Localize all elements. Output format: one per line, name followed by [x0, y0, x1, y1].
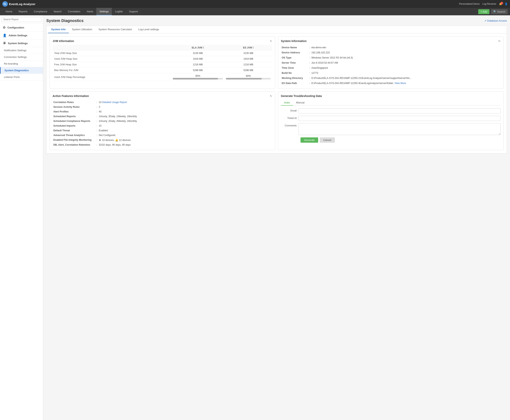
bell-badge: 2: [500, 2, 503, 5]
page-header: System Diagnostics ↗ Database Access: [46, 18, 507, 23]
sysinfo-colon: :: [308, 60, 310, 65]
ticket-input[interactable]: [299, 116, 501, 121]
feature-label: Scheduled Imports: [52, 123, 96, 128]
nav-tab-settings[interactable]: Settings: [96, 8, 112, 15]
table-row: Total JVM Heap Size 3135 MB 3135 MB: [52, 50, 272, 56]
feature-colon: :: [96, 142, 98, 147]
nav-tab-reports[interactable]: Reports: [15, 8, 31, 15]
nav-tabs: Home Reports Compliance Search Correlati…: [2, 8, 141, 15]
cancel-button[interactable]: Cancel: [320, 137, 335, 143]
table-row: Time Zone : Asia/Singapore: [281, 65, 501, 70]
top-bar-left: EL EventLog Analyzer: [2, 1, 35, 7]
app-logo: EL EventLog Analyzer: [2, 1, 35, 7]
sysinfo-card-title: System Information: [281, 39, 307, 43]
table-row: Scheduled Imports : 15: [52, 123, 272, 128]
nav-tab-home[interactable]: Home: [2, 8, 15, 15]
comments-label: Comments: [281, 123, 299, 127]
detailed-usage-link[interactable]: Detailed Usage Report: [102, 101, 127, 104]
database-access-link[interactable]: ↗ Database Access: [484, 19, 507, 22]
jvm-es-value: 1919 MB: [224, 56, 272, 62]
jvm-col-es: ES JVM ℹ: [224, 45, 272, 50]
nav-tab-correlation[interactable]: Correlation: [65, 8, 84, 15]
ticket-label: Ticket-Id: [281, 116, 299, 120]
feature-label: Advanced Threat Analytics: [52, 133, 96, 138]
log-receiver-link[interactable]: Log Receiver: [482, 3, 496, 5]
comments-group: Comments: [281, 123, 501, 135]
system-settings-label: System Settings: [8, 42, 28, 45]
tab-log-level-settings[interactable]: Log-Level settings: [135, 26, 162, 33]
add-button[interactable]: + Add: [478, 9, 490, 14]
admin-icon: 👤: [3, 34, 7, 37]
sidebar-section-configuration[interactable]: ⚙ Configuration: [0, 24, 43, 32]
feature-value: 10 Detailed Usage Report: [98, 100, 272, 105]
sysinfo-value: D:\Product\ELA-SYS-DIA-REVAMP-12250-21\E…: [310, 75, 501, 81]
form-actions: Generate Cancel: [281, 137, 501, 143]
table-row: Device Name : ela-demo-win: [281, 45, 501, 50]
ticket-group: Ticket-Id: [281, 116, 501, 121]
trouble-tab-manual[interactable]: Manual: [293, 100, 308, 105]
feature-colon: :: [96, 133, 98, 138]
ela-progress-fill: [173, 78, 218, 80]
tab-system-resources-calculator[interactable]: System Resources Calculator: [95, 26, 135, 33]
jvm-info-card: JVM Information ↻ ELA JVM ℹ ES JVM ℹ: [50, 37, 275, 89]
jvm-card-title: JVM Information: [52, 39, 74, 43]
email-label: Email: [281, 108, 299, 112]
personalized-demo-link[interactable]: Personalized Demo: [459, 3, 480, 5]
sysinfo-colon: :: [308, 55, 310, 60]
jvm-es-value: 5298 MB: [224, 68, 272, 73]
sysinfo-table: Device Name : ela-demo-win Device Addres…: [281, 45, 501, 86]
jvm-row-label: Used JVM Heap Size: [52, 56, 171, 62]
sidebar-item-connection-settings[interactable]: Connection Settings: [0, 54, 43, 60]
search-nav-button[interactable]: 🔍 Search: [491, 9, 508, 14]
email-group: Email: [281, 108, 501, 113]
sidebar-item-system-diagnostics[interactable]: System Diagnostics: [0, 67, 43, 74]
sysinfo-refresh-icon[interactable]: ↻: [498, 39, 501, 43]
page-title: System Diagnostics: [46, 18, 84, 23]
feature-value: Not Configured: [98, 133, 272, 138]
tab-system-utilization[interactable]: System Utilization: [69, 26, 95, 33]
jvm-table: ELA JVM ℹ ES JVM ℹ Total JVM Heap Size 3…: [52, 45, 272, 81]
nav-tab-logme[interactable]: LogMe: [112, 8, 126, 15]
feature-label: Scheduled Reports: [52, 114, 96, 119]
sidebar-section-admin[interactable]: 👤 Admin Settings: [0, 32, 43, 39]
table-row: Scheduled Reports : 1Hourly, 3Daily, 1We…: [52, 114, 272, 119]
jvm-es-value: 3135 MB: [224, 50, 272, 56]
sidebar-search-container: [0, 15, 43, 24]
es-info-icon: ℹ: [253, 46, 254, 49]
sidebar-item-notification-settings[interactable]: Notification Settings: [0, 47, 43, 54]
email-input[interactable]: [299, 108, 501, 113]
sysinfo-colon: :: [308, 50, 310, 55]
nav-tab-alerts[interactable]: Alerts: [84, 8, 96, 15]
sidebar-item-rebranding[interactable]: Re-branding: [0, 60, 43, 67]
view-more-link[interactable]: View More: [394, 82, 406, 85]
nav-tab-compliance[interactable]: Compliance: [31, 8, 50, 15]
feature-value: Enabled: [98, 128, 272, 133]
generate-button[interactable]: Generate: [301, 137, 318, 143]
bell-button[interactable]: 🔔 2: [499, 3, 502, 5]
trouble-tab-auto[interactable]: Auto: [281, 100, 293, 105]
tab-system-info[interactable]: System Info: [48, 26, 69, 33]
search-input[interactable]: [1, 17, 41, 22]
nav-tab-search[interactable]: Search: [50, 8, 65, 15]
user-avatar[interactable]: 👤: [505, 3, 508, 5]
sysinfo-value: Asia/Singapore: [310, 65, 501, 70]
cards-grid: JVM Information ↻ ELA JVM ℹ ES JVM ℹ: [50, 37, 503, 150]
jvm-ela-value: 5298 MB: [171, 68, 224, 73]
sidebar-item-listener-ports[interactable]: Listener Ports: [0, 74, 43, 81]
table-row: Advanced Threat Analytics : Not Configur…: [52, 133, 272, 138]
trouble-tabs: Auto Manual: [281, 100, 501, 105]
table-row: OS Type : Windows Server 2012 R2 64 bit …: [281, 55, 501, 60]
sidebar: ⚙ Configuration 👤 Admin Settings 🖥 Syste…: [0, 15, 43, 420]
sysinfo-colon: :: [308, 75, 310, 81]
feature-label: Session Activity Rules: [52, 105, 96, 109]
feature-value: 40: [98, 109, 272, 114]
jvm-refresh-icon[interactable]: ↻: [270, 39, 272, 43]
sidebar-section-system-settings[interactable]: 🖥 System Settings: [0, 39, 43, 47]
feature-label: Correlation Rules: [52, 100, 96, 105]
config-label: Configuration: [7, 26, 24, 29]
features-refresh-icon[interactable]: ↻: [270, 94, 272, 98]
jvm-col-ela: ELA JVM ℹ: [171, 45, 224, 50]
feature-colon: :: [96, 100, 98, 105]
comments-textarea[interactable]: [299, 123, 501, 135]
nav-tab-support[interactable]: Support: [126, 8, 141, 15]
